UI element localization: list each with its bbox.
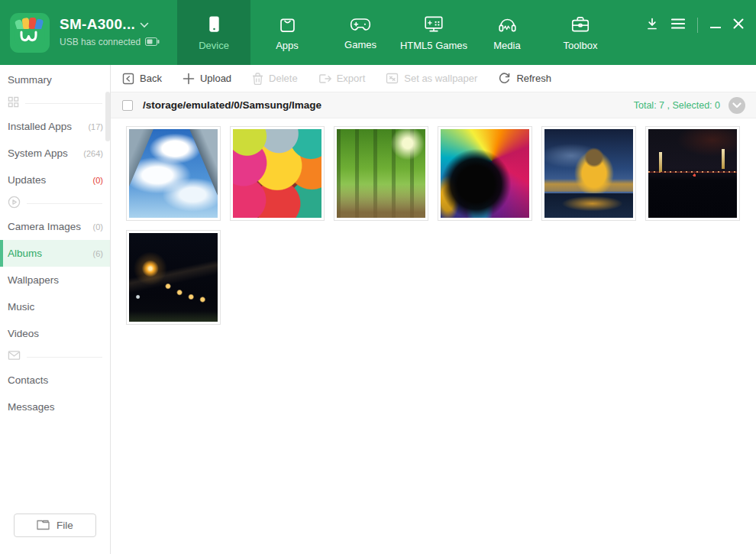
- tab-toolbox[interactable]: Toolbox: [544, 0, 617, 65]
- tab-device[interactable]: Device: [177, 0, 250, 65]
- sidebar-divider: [0, 347, 110, 367]
- device-selector[interactable]: SM-A300... USB has connected: [60, 16, 160, 49]
- download-icon: [645, 17, 659, 34]
- thumbnail-image: [129, 233, 218, 322]
- gamepad-icon: [349, 15, 372, 34]
- tool-button-label: Export: [337, 73, 366, 84]
- tab-apps[interactable]: Apps: [250, 0, 324, 65]
- sidebar-item-system-apps[interactable]: System Apps(264): [0, 140, 110, 167]
- app-window: SM-A300... USB has connected DeviceAppsG…: [0, 0, 756, 554]
- tab-games[interactable]: Games: [324, 0, 397, 65]
- current-path: /storage/emulated/0/Samsung/Image: [143, 99, 321, 111]
- tool-button-label: Set as wallpaper: [404, 73, 477, 84]
- tab-label: Games: [344, 39, 376, 50]
- menu-icon: [671, 18, 685, 32]
- export-button: Export: [318, 73, 366, 85]
- connection-status: USB has connected: [60, 37, 141, 47]
- device-name: SM-A300...: [60, 16, 135, 33]
- image-thumbnail-rampnight[interactable]: [126, 230, 221, 325]
- sidebar-scrollbar[interactable]: [105, 92, 110, 141]
- image-gallery: [111, 118, 756, 325]
- bag-icon: [277, 14, 298, 34]
- tab-label: Toolbox: [564, 40, 598, 51]
- thumbnail-image: [648, 129, 737, 218]
- upload-button[interactable]: Upload: [183, 73, 231, 85]
- sidebar-item-summary[interactable]: Summary: [0, 66, 110, 93]
- thumbnail-image: [233, 129, 321, 218]
- body: SummaryInstalled Apps(17)System Apps(264…: [0, 65, 756, 554]
- sidebar: SummaryInstalled Apps(17)System Apps(264…: [0, 65, 111, 554]
- download-button[interactable]: [645, 17, 659, 34]
- headphones-icon: [496, 15, 519, 34]
- sidebar-divider: [0, 193, 110, 213]
- image-thumbnail-bridgenight[interactable]: [645, 126, 740, 221]
- sidebar-item-camera-images[interactable]: Camera Images(0): [0, 213, 110, 240]
- sidebar-item-label: Music: [8, 301, 34, 313]
- file-button[interactable]: File: [14, 514, 96, 537]
- plus-icon: [183, 73, 195, 85]
- divider-line: [27, 357, 102, 358]
- sidebar-item-music[interactable]: Music: [0, 293, 110, 320]
- thumbnail-image: [544, 129, 633, 218]
- image-thumbnail-yarn[interactable]: [230, 126, 325, 221]
- wallpaper-icon: [386, 73, 399, 84]
- file-button-label: File: [57, 520, 73, 531]
- sidebar-item-wallpapers[interactable]: Wallpapers: [0, 267, 110, 293]
- sidebar-item-installed-apps[interactable]: Installed Apps(17): [0, 113, 110, 140]
- image-thumbnail-forest[interactable]: [334, 126, 428, 221]
- back-icon: [122, 73, 134, 85]
- sidebar-item-updates[interactable]: Updates(0): [0, 167, 110, 193]
- chevron-down-icon: [140, 18, 149, 31]
- sidebar-item-videos[interactable]: Videos: [0, 320, 110, 347]
- divider-line: [27, 203, 102, 204]
- select-all-checkbox[interactable]: [122, 100, 133, 111]
- close-button[interactable]: [733, 18, 744, 32]
- header-actions: [645, 0, 756, 65]
- refresh-button[interactable]: Refresh: [498, 73, 551, 85]
- back-button[interactable]: Back: [122, 73, 162, 85]
- item-count-badge: (6): [93, 249, 103, 258]
- tab-media[interactable]: Media: [470, 0, 544, 65]
- tab-label: HTML5 Games: [400, 40, 467, 51]
- toolbar: BackUploadDeleteExportSet as wallpaperRe…: [111, 65, 756, 92]
- sidebar-item-label: Updates: [8, 174, 46, 186]
- sidebar-item-label: Messages: [8, 401, 55, 413]
- sidebar-item-label: Albums: [8, 248, 42, 259]
- image-thumbnail-glass[interactable]: [438, 126, 532, 221]
- folder-icon: [37, 519, 50, 533]
- chevron-down-icon: [732, 99, 741, 111]
- item-count-badge: (264): [83, 149, 103, 158]
- main-tabs: DeviceAppsGamesHTML5 GamesMediaToolbox: [177, 0, 617, 65]
- header-separator: [697, 18, 698, 33]
- battery-icon: [145, 35, 160, 49]
- play-circle-icon: [8, 196, 21, 212]
- grid-icon: [8, 96, 19, 111]
- trash-icon: [252, 73, 263, 85]
- header: SM-A300... USB has connected DeviceAppsG…: [0, 0, 756, 65]
- export-icon: [318, 73, 331, 85]
- minimize-button[interactable]: [710, 18, 721, 32]
- minimize-icon: [710, 18, 721, 32]
- sidebar-item-label: Summary: [8, 74, 52, 86]
- image-thumbnail-skyscrapers[interactable]: [126, 126, 221, 221]
- sidebar-item-label: System Apps: [8, 147, 68, 159]
- sidebar-nav: SummaryInstalled Apps(17)System Apps(264…: [0, 66, 110, 420]
- sidebar-item-contacts[interactable]: Contacts: [0, 367, 110, 394]
- sidebar-item-albums[interactable]: Albums(6): [0, 240, 110, 267]
- phone-icon: [204, 14, 225, 34]
- tab-label: Media: [493, 40, 520, 51]
- delete-button: Delete: [252, 73, 298, 85]
- tool-button-label: Upload: [200, 73, 231, 84]
- monitor-icon: [423, 14, 444, 34]
- envelope-icon: [8, 350, 21, 364]
- menu-button[interactable]: [671, 18, 685, 32]
- set-as-wallpaper-button: Set as wallpaper: [386, 73, 477, 84]
- brand-area: SM-A300... USB has connected: [0, 0, 177, 65]
- collapse-button[interactable]: [729, 97, 745, 114]
- tab-html5-games[interactable]: HTML5 Games: [397, 0, 470, 65]
- sidebar-item-messages[interactable]: Messages: [0, 394, 110, 420]
- sidebar-divider: [0, 93, 110, 113]
- image-thumbnail-palace[interactable]: [541, 126, 636, 221]
- tool-button-label: Refresh: [516, 73, 551, 84]
- sidebar-item-label: Wallpapers: [8, 274, 59, 286]
